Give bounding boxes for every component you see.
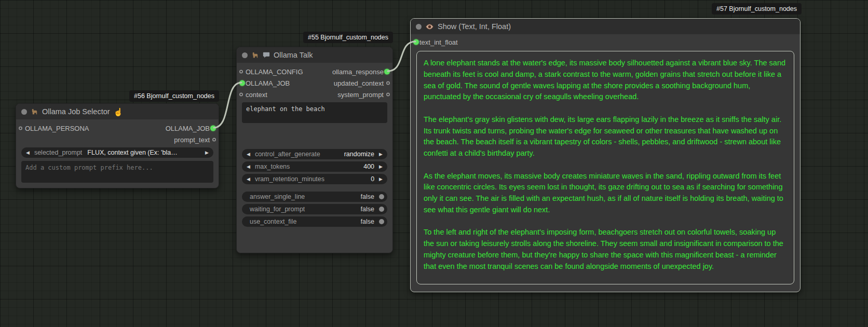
toggle-label: waiting_for_prompt [250,206,305,213]
node-show-text[interactable]: Show (Text, Int, Float) text_int_float A… [410,18,801,292]
slot-row: context system_prompt [237,89,392,100]
slot-row: OLLAMA_JOB updated_context [237,77,392,89]
llama-icon [251,51,259,59]
collapse-dot[interactable] [242,52,248,58]
node-ollama-talk[interactable]: Ollama Talk OLLAMA_CONFIG ollama_respons… [236,47,393,253]
combo-prev-icon[interactable]: ◀ [247,165,250,169]
node-graph-canvas[interactable]: #56 Bjornulf_custom_nodes #55 Bjornulf_c… [0,0,868,327]
prompt-prefix-textarea[interactable]: Add a custom prompt prefix here... [21,161,213,183]
show-text-output[interactable]: A lone elephant stands at the water's ed… [416,51,794,284]
combo-next-icon[interactable]: ▶ [379,165,383,169]
combo-value: 400 [363,163,374,170]
output-socket-system-prompt[interactable] [386,93,390,97]
node-badge-56: #56 Bjornulf_custom_nodes [129,90,219,102]
output-label: OLLAMA_JOB [166,125,210,132]
input-label: OLLAMA_JOB [246,79,290,87]
user-prompt-textarea[interactable]: elephant on the beach [242,102,387,123]
node-badge-55: #55 Bjornulf_custom_nodes [303,32,393,43]
control-after-generate-combo[interactable]: ◀ control_after_generate randomize ▶ [242,149,387,159]
node-title: Show (Text, Int, Float) [438,22,511,31]
input-label: OLLAMA_CONFIG [246,68,303,76]
collapse-dot[interactable] [416,24,422,30]
node-ollama-job-selector[interactable]: Ollama Job Selector ☝ OLLAMA_PERSONA OLL… [16,103,219,188]
combo-label: vram_retention_minutes [255,175,324,183]
input-label: context [246,91,267,99]
llama-icon [31,108,38,116]
toggle-label: use_context_file [250,218,296,225]
input-socket-ollama-job[interactable] [239,80,245,86]
combo-label: max_tokens [255,163,290,170]
pointing-up-icon: ☝ [114,108,124,116]
toggle-value: false [361,218,374,225]
input-socket-ollama-config[interactable] [239,70,243,74]
node-title-bar[interactable]: Show (Text, Int, Float) [411,19,800,34]
node-title-bar[interactable]: Ollama Talk [237,47,392,63]
input-label: text_int_float [419,38,458,46]
node-title: Ollama Talk [274,51,313,59]
combo-next-icon[interactable]: ▶ [379,177,383,182]
answer-single-line-toggle[interactable]: answer_single_line false [242,192,387,202]
slot-row: text_int_float [411,36,800,48]
toggle-dot-icon[interactable] [379,207,384,212]
toggle-value: false [361,193,374,200]
toggle-label: answer_single_line [250,193,305,200]
output-label: system_prompt [337,91,384,99]
output-socket-updated-context[interactable] [386,81,390,85]
combo-prev-icon[interactable]: ◀ [247,152,250,157]
input-socket-context[interactable] [239,93,243,97]
combo-prev-icon[interactable]: ◀ [26,151,30,155]
output-label: ollama_response [332,68,384,76]
node-title-bar[interactable]: Ollama Job Selector ☝ [16,104,219,119]
collapse-dot[interactable] [21,109,27,115]
node-spacer [237,184,392,189]
combo-prev-icon[interactable]: ◀ [247,177,250,182]
node-title: Ollama Job Selector [42,107,110,116]
node-spacer [237,123,392,147]
max-tokens-stepper[interactable]: ◀ max_tokens 400 ▶ [242,161,387,172]
combo-value: 0 [371,175,374,183]
output-socket-prompt-text[interactable] [212,138,216,142]
combo-label: selected_prompt [34,149,82,156]
combo-next-icon[interactable]: ▶ [379,152,383,157]
eye-icon [425,22,434,31]
input-label: OLLAMA_PERSONA [25,125,89,132]
output-label: prompt_text [174,136,210,144]
toggle-dot-icon[interactable] [379,219,384,224]
output-socket-ollama-response[interactable] [384,69,390,75]
output-socket-ollama-job[interactable] [210,126,216,131]
toggle-value: false [361,206,374,213]
vram-retention-stepper[interactable]: ◀ vram_retention_minutes 0 ▶ [242,174,387,184]
input-socket-text-int-float[interactable] [413,39,419,45]
node-badge-57: #57 Bjornulf_custom_nodes [712,3,802,15]
slot-row: OLLAMA_PERSONA OLLAMA_JOB [16,122,219,134]
selected-prompt-combo[interactable]: ◀ selected_prompt FLUX, context given (E… [21,147,213,158]
use-context-file-toggle[interactable]: use_context_file false [242,216,387,227]
input-socket-ollama-persona[interactable] [19,127,22,130]
toggle-dot-icon[interactable] [379,194,384,199]
slot-row: OLLAMA_CONFIG ollama_response [237,66,392,77]
speech-balloon-icon [263,51,270,59]
combo-value: FLUX, context given (Ex: 'bla… [87,149,202,156]
waiting-for-prompt-toggle[interactable]: waiting_for_prompt false [242,204,387,214]
combo-next-icon[interactable]: ▶ [205,151,209,155]
combo-label: control_after_generate [255,151,320,158]
combo-value: randomize [344,151,374,158]
slot-row: prompt_text [16,134,219,145]
output-label: updated_context [334,79,384,87]
